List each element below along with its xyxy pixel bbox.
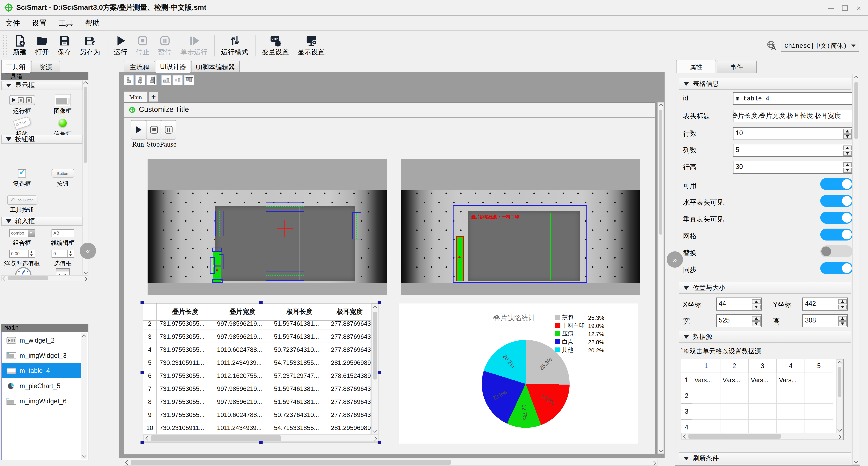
- prop-spin-cols[interactable]: 5: [733, 144, 853, 157]
- align-right-button[interactable]: [147, 75, 157, 85]
- save-as-button[interactable]: 另存为: [75, 31, 104, 60]
- ds-cell[interactable]: [749, 388, 777, 404]
- ds-cell[interactable]: Vars...: [749, 373, 777, 388]
- image-widget-left[interactable]: [148, 159, 387, 295]
- scroll-thumb[interactable]: [131, 460, 451, 465]
- menu-settings[interactable]: 设置: [32, 18, 46, 28]
- design-canvas[interactable]: Customize Title Run Stop Pause: [124, 102, 655, 455]
- list-item-m-table-4[interactable]: m_table_4: [2, 363, 81, 379]
- tab-resources[interactable]: 资源: [31, 61, 60, 73]
- scroll-up-icon[interactable]: [837, 361, 842, 366]
- spin-arrows[interactable]: [842, 162, 852, 173]
- toolbox-item-button[interactable]: Button 按钮: [43, 167, 83, 188]
- table-vscrollbar[interactable]: [371, 303, 379, 434]
- calendar-icon[interactable]: [56, 268, 70, 275]
- selection-handle[interactable]: [141, 441, 144, 444]
- list-item-m-widget-2[interactable]: m_widget_2: [2, 333, 81, 349]
- section-input-box[interactable]: 输入框: [1, 216, 83, 226]
- widget-list-vscrollbar[interactable]: [81, 333, 87, 459]
- ds-cell[interactable]: [692, 404, 720, 420]
- tab-ui-script-editor[interactable]: UI脚本编辑器: [191, 61, 240, 73]
- ds-column-header[interactable]: 4: [777, 359, 805, 373]
- ds-column-header[interactable]: 1: [692, 359, 720, 373]
- ds-cell[interactable]: [805, 404, 833, 420]
- scroll-down-icon[interactable]: [373, 428, 377, 433]
- scroll-left-icon[interactable]: [125, 460, 130, 465]
- section-button-group[interactable]: 按钮组: [1, 135, 83, 144]
- ds-cell[interactable]: [777, 404, 805, 420]
- list-item-m-imgwidget-3[interactable]: m_imgWidget_3: [2, 348, 81, 364]
- ds-cell[interactable]: [805, 373, 833, 388]
- align-vcenter-button[interactable]: [173, 75, 183, 85]
- prop-spin-y[interactable]: 442: [802, 297, 848, 311]
- minimize-icon[interactable]: [825, 4, 837, 12]
- scroll-thumb[interactable]: [8, 276, 48, 280]
- scroll-up-icon[interactable]: [83, 81, 88, 86]
- spin-arrows[interactable]: [842, 145, 852, 156]
- scroll-up-icon[interactable]: [82, 334, 86, 339]
- dial-icon[interactable]: [15, 267, 31, 275]
- selection-handle[interactable]: [141, 371, 144, 374]
- language-select[interactable]: Chinese|中文(简体): [781, 40, 859, 52]
- canvas-hscrollbar[interactable]: [124, 459, 657, 466]
- run-button[interactable]: 运行: [110, 31, 132, 60]
- menu-help[interactable]: 帮助: [85, 18, 100, 28]
- align-bottom-button[interactable]: [161, 75, 172, 85]
- scroll-down-icon[interactable]: [837, 427, 842, 432]
- menu-tools[interactable]: 工具: [59, 18, 73, 28]
- scroll-right-icon[interactable]: [837, 435, 841, 439]
- scroll-thumb[interactable]: [84, 87, 87, 163]
- toggle-horizontal-header[interactable]: [820, 195, 853, 207]
- selection-handle[interactable]: [378, 441, 381, 444]
- column-header[interactable]: 叠片长度: [157, 303, 214, 320]
- column-header[interactable]: 极耳宽度: [328, 303, 371, 320]
- toolbox-item-doublespin[interactable]: 0.00 浮点型选值框: [2, 247, 42, 268]
- new-button[interactable]: 新建: [9, 31, 31, 60]
- column-header[interactable]: 极耳长度: [271, 303, 328, 320]
- left-panel-collapse-handle[interactable]: «: [80, 243, 96, 259]
- data-source-table[interactable]: 1 2 3 4 5 1 Vars... Vars... Vars... Vars…: [681, 359, 844, 440]
- ds-cell[interactable]: Vars...: [692, 373, 720, 388]
- scroll-left-icon[interactable]: [145, 436, 150, 440]
- scroll-right-icon[interactable]: [651, 461, 656, 465]
- toolbox-hscrollbar[interactable]: [1, 275, 88, 281]
- scroll-thumb[interactable]: [373, 312, 377, 379]
- section-geometry[interactable]: 位置与大小: [679, 282, 851, 294]
- save-button[interactable]: 保存: [53, 31, 75, 60]
- ds-cell[interactable]: Vars...: [777, 373, 805, 388]
- display-settings-button[interactable]: 显示设置: [293, 31, 329, 60]
- scroll-right-icon[interactable]: [83, 276, 87, 281]
- scroll-thumb[interactable]: [838, 367, 841, 397]
- toggle-sync[interactable]: [820, 262, 853, 274]
- ds-column-header[interactable]: 2: [720, 359, 749, 373]
- spin-arrows[interactable]: [838, 315, 847, 326]
- scroll-thumb[interactable]: [151, 435, 281, 441]
- toolbar-grip[interactable]: [1, 35, 8, 56]
- ds-cell[interactable]: [720, 404, 749, 420]
- prop-spin-width[interactable]: 525: [716, 314, 762, 327]
- variable-settings-button[interactable]: var 变量设置: [257, 31, 293, 60]
- toolbox-item-runbox[interactable]: 运行框: [2, 93, 42, 115]
- prop-spin-x[interactable]: 44: [716, 297, 762, 311]
- ds-hscrollbar[interactable]: [681, 433, 843, 440]
- widget-pause-button[interactable]: [161, 120, 176, 140]
- table-widget[interactable]: 叠片长度 叠片宽度 极耳长度 极耳宽度 2 731.97553055... 99…: [143, 303, 379, 442]
- scroll-down-icon[interactable]: [854, 458, 858, 463]
- toolbox-item-combobox[interactable]: combo 组合框: [2, 227, 42, 247]
- column-header[interactable]: 叠片宽度: [214, 303, 271, 320]
- properties-vscrollbar[interactable]: [852, 74, 859, 465]
- widget-stop-button[interactable]: [146, 120, 162, 140]
- align-hcenter-button[interactable]: [135, 75, 145, 85]
- open-button[interactable]: 打开: [31, 31, 53, 60]
- tab-events[interactable]: 事件: [717, 61, 757, 73]
- menu-file[interactable]: 文件: [5, 18, 20, 28]
- scroll-down-icon[interactable]: [658, 448, 663, 452]
- ds-cell[interactable]: [805, 388, 833, 404]
- page-tab-main[interactable]: Main: [124, 91, 148, 102]
- ds-vscrollbar[interactable]: [836, 359, 843, 433]
- selection-handle[interactable]: [141, 301, 144, 304]
- tab-properties[interactable]: 属性: [676, 60, 716, 73]
- selection-handle[interactable]: [378, 301, 381, 304]
- prop-spin-height[interactable]: 308: [802, 314, 848, 327]
- list-item-m-piechart-5[interactable]: m_pieChart_5: [2, 378, 81, 394]
